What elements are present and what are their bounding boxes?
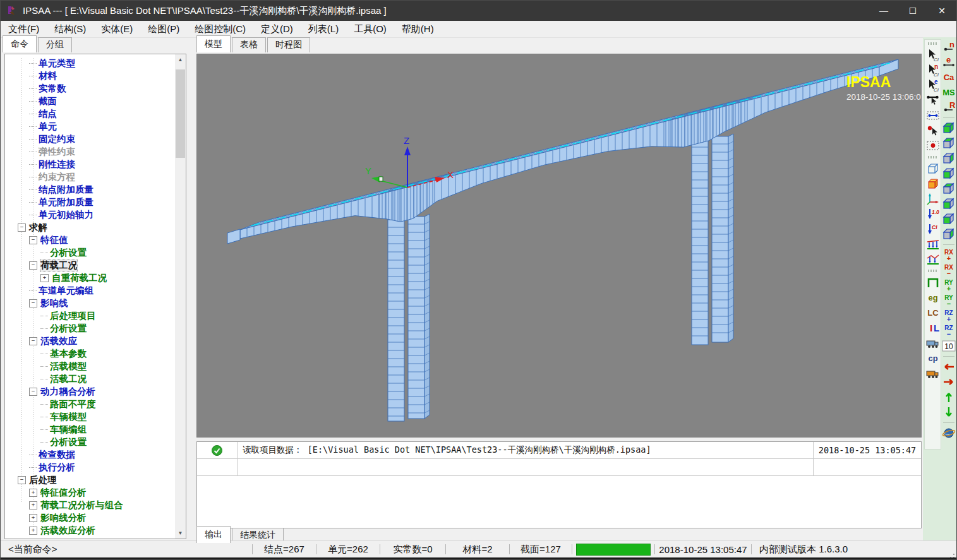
tree-item-23[interactable]: −活载效应 [5,335,175,347]
rotate-y-plus-icon[interactable]: RY + [941,278,956,292]
element-label-icon[interactable]: e [941,55,956,69]
tree-expander-icon[interactable]: + [29,514,37,522]
rotate-z-plus-icon[interactable]: RZ + [941,309,956,323]
minimize-button[interactable]: — [869,1,898,21]
menu-item-5[interactable]: 绘图控制(C) [187,21,253,37]
rotate-x-plus-icon[interactable]: RX + [941,248,956,262]
bottom-view-icon[interactable] [941,212,956,226]
wireframe-display-icon[interactable] [925,162,941,176]
reaction-label-icon[interactable]: R [941,100,956,114]
tree-item-19[interactable]: 车道单元编组 [5,284,175,297]
left-tab-1[interactable]: 命令 [3,35,37,52]
vehicle-load-icon[interactable] [925,366,941,380]
tree-item-25[interactable]: 活载模型 [5,360,175,372]
select-element-pick-icon[interactable] [925,93,941,107]
iso-view-icon[interactable] [941,121,956,135]
window-select-element-icon[interactable] [925,109,941,122]
globe-icon[interactable] [941,426,956,440]
constraint-label-icon[interactable]: Ca [941,70,956,84]
menu-item-3[interactable]: 实体(E) [93,21,140,37]
tree-item-35[interactable]: +特征值分析 [5,486,175,499]
tree-item-14[interactable]: −求解 [5,221,175,234]
tree-expander-icon[interactable]: + [29,489,37,497]
select-element-cursor-icon[interactable]: e CI [925,78,941,92]
tree-item-28[interactable]: 路面不平度 [5,398,175,410]
node-label-icon[interactable]: n [941,40,956,54]
tree-scrollbar[interactable]: ▲ ▼ [175,54,186,539]
tree-expander-icon[interactable]: − [18,223,26,232]
maximize-button[interactable]: ☐ [898,1,927,21]
tree-item-2[interactable]: 材料 [5,69,175,82]
tree-item-26[interactable]: 活载工况 [5,372,175,385]
influence-line-icon[interactable]: I L [925,321,941,335]
tree-item-37[interactable]: +影响线分析 [5,511,175,524]
tree-item-12[interactable]: 单元附加质量 [5,196,175,208]
axes-display-icon[interactable] [925,192,941,206]
pan-up-icon[interactable] [941,390,956,404]
tree-expander-icon[interactable]: − [29,299,37,307]
tree-item-3[interactable]: 实常数 [5,82,175,95]
scroll-thumb[interactable] [176,69,185,158]
cp-icon[interactable]: cp [925,351,941,365]
load-scale-icon[interactable]: 1.0 [925,207,941,221]
tree-expander-icon[interactable]: + [29,527,37,535]
corner-view-icon[interactable] [941,182,956,196]
menu-item-9[interactable]: 帮助(H) [394,21,442,37]
output-row[interactable]: 读取项目数据： [E:\Visual Basic Dot NET\IPSAA\T… [197,442,921,459]
scroll-down-icon[interactable]: ▼ [175,528,186,539]
tree-item-24[interactable]: 基本参数 [5,347,175,360]
select-cursor-icon[interactable]: CI [925,48,941,62]
view-tab-2[interactable]: 表格 [232,37,266,52]
tree-item-38[interactable]: +活载效应分析 [5,524,175,537]
tree-item-11[interactable]: 结点附加质量 [5,183,175,196]
element-group-icon[interactable]: eg [925,290,941,304]
tree-item-21[interactable]: 后处理项目 [5,309,175,322]
output-row[interactable] [197,459,921,476]
rotate-y-minus-icon[interactable]: RY − [941,294,956,307]
top-view-icon[interactable] [941,136,956,150]
rotate-x-minus-icon[interactable]: RX − [941,263,956,277]
menu-item-4[interactable]: 绘图(P) [140,21,187,37]
tree-expander-icon[interactable]: + [29,501,37,509]
tree-item-10[interactable]: 约束方程 [5,170,175,183]
tree-expander-icon[interactable]: − [18,476,26,484]
tree-expander-icon[interactable]: − [29,337,37,345]
solid-display-icon[interactable] [925,177,941,191]
window-select-node-icon[interactable] [925,139,941,153]
tree-expander-icon[interactable]: − [29,388,37,396]
pan-left-icon[interactable] [941,360,956,374]
select-node-cursor-icon[interactable]: n CI [925,63,941,77]
tree-expander-icon[interactable]: − [29,261,37,270]
menu-item-1[interactable]: 文件(F) [1,21,47,37]
tree-item-6[interactable]: 单元 [5,120,175,133]
load-case-display-icon[interactable]: CI [925,222,941,236]
tree-item-16[interactable]: 分析设置 [5,246,175,259]
tree-item-7[interactable]: 固定约束 [5,133,175,145]
tree-expander-icon[interactable]: + [40,274,49,282]
bridge-model[interactable]: Z Y XIPSAA 2018-10-25 13:06:05 [197,54,921,436]
front-view-icon[interactable] [941,197,956,211]
tree-item-36[interactable]: +荷载工况分析与组合 [5,499,175,511]
moving-load-display-icon[interactable] [925,253,941,266]
back-view-icon[interactable] [941,227,956,241]
pan-right-icon[interactable] [941,375,956,389]
view-tab-1[interactable]: 模型 [196,35,231,52]
rotate-z-minus-icon[interactable]: RZ − [941,324,956,338]
model-viewport[interactable]: Z Y XIPSAA 2018-10-25 13:06:05 [196,54,922,438]
load-case-icon[interactable]: LC [925,306,941,319]
menu-item-8[interactable]: 工具(O) [346,21,394,37]
select-node-pick-icon[interactable] [925,124,941,138]
tree-item-27[interactable]: −动力耦合分析 [5,385,175,398]
vehicle-icon[interactable] [925,336,941,350]
tree-item-29[interactable]: 车辆模型 [5,410,175,423]
menu-item-2[interactable]: 结构(S) [47,21,93,37]
menu-item-6[interactable]: 定义(D) [253,21,301,37]
tree-item-22[interactable]: 分析设置 [5,322,175,335]
tree-item-13[interactable]: 单元初始轴力 [5,208,175,221]
left-tab-2[interactable]: 分组 [38,37,72,52]
mass-label-icon[interactable]: MS [941,85,956,99]
rotate-step-value[interactable]: 10 [941,339,956,353]
menu-item-7[interactable]: 列表(L) [301,21,346,37]
output-tab-1[interactable]: 输出 [196,526,231,543]
close-button[interactable]: ✕ [927,1,956,21]
